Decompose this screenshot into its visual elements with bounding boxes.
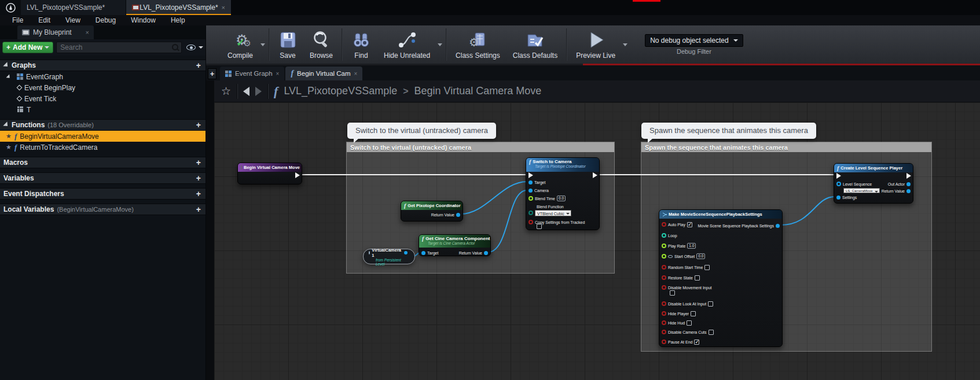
section-graphs[interactable]: Graphs + xyxy=(0,60,205,71)
hide-unrelated-button[interactable]: Hide Unrelated xyxy=(377,27,436,62)
pin-level-sequence[interactable]: Level Sequence xyxy=(836,181,872,187)
struct-pin[interactable] xyxy=(776,224,780,228)
breadcrumb-root[interactable]: LVL_PixotopeVSSample xyxy=(284,85,397,97)
object-pin[interactable] xyxy=(421,251,425,255)
pin-out-actor[interactable]: Out Actor xyxy=(888,181,911,187)
pin-auto-play[interactable]: Auto Play xyxy=(662,222,692,227)
bool-pin[interactable] xyxy=(662,275,666,280)
bool-pin[interactable] xyxy=(662,320,666,325)
asset-tab-2[interactable]: LVL_PixotopeVSSample* × xyxy=(126,0,232,15)
tab-begin-virtual-cam[interactable]: f Begin Virtual Cam × xyxy=(285,67,362,80)
class-defaults-button[interactable]: Class Defaults xyxy=(506,27,564,62)
exec-out-pin[interactable] xyxy=(295,172,300,178)
preview-live-options-chevron-icon[interactable] xyxy=(623,43,627,46)
tab-event-graph[interactable]: Event Graph × xyxy=(220,67,284,80)
pin-disable-movement-input[interactable]: Disable Movement Input xyxy=(662,285,711,290)
chevron-down-icon[interactable] xyxy=(199,46,203,49)
add-local-variable-button[interactable]: + xyxy=(196,205,201,214)
function-item-returntotrackedcamera[interactable]: ★ f ReturnToTrackedCamera xyxy=(0,142,205,153)
pin-blend-time[interactable]: Blend Time0.0 xyxy=(528,195,566,201)
tab-my-blueprint[interactable]: My Blueprint × xyxy=(17,25,94,39)
add-macro-button[interactable]: + xyxy=(196,158,201,167)
disable-camera-cuts-checkbox[interactable] xyxy=(709,330,714,335)
object-pin[interactable] xyxy=(484,251,488,255)
back-arrow-icon[interactable] xyxy=(243,87,249,96)
node-create-level-sequence-player[interactable]: f Create Level Sequence Player Level Seq… xyxy=(834,163,913,204)
exec-in-pin[interactable] xyxy=(528,172,533,178)
menu-window[interactable]: Window xyxy=(123,15,163,25)
menu-help[interactable]: Help xyxy=(163,15,193,25)
save-button[interactable]: Save xyxy=(272,27,303,62)
pin-target[interactable]: Target xyxy=(421,250,438,256)
pin-blend-function[interactable]: VTBlend Cubic xyxy=(528,210,571,216)
random-start-checkbox[interactable] xyxy=(704,265,710,270)
class-settings-button[interactable]: ⚙ Class Settings xyxy=(449,27,506,62)
hide-unrelated-options-chevron-icon[interactable] xyxy=(438,43,442,46)
pin-pause-at-end[interactable]: Pause At End xyxy=(662,339,699,345)
section-functions[interactable]: Functions (18 Overridable) + xyxy=(0,119,205,131)
bool-pin[interactable] xyxy=(528,220,533,224)
compile-button[interactable]: ⚙⚙✓ Compile xyxy=(221,27,259,62)
close-icon[interactable]: × xyxy=(222,4,225,11)
pin-return-value[interactable]: Return Value xyxy=(882,188,911,194)
search-input[interactable] xyxy=(56,42,182,53)
add-new-button[interactable]: + Add New xyxy=(2,42,53,53)
float-pin[interactable] xyxy=(528,196,533,201)
asset-tab-1[interactable]: LVL_PixotopeVSSample* xyxy=(21,0,126,15)
menu-view[interactable]: View xyxy=(58,15,88,25)
blend-function-dropdown[interactable]: VTBlend Cubic xyxy=(535,210,571,216)
browse-button[interactable]: Browse xyxy=(303,27,339,62)
compile-options-chevron-icon[interactable] xyxy=(260,43,265,46)
play-rate-value[interactable]: 1.0 xyxy=(687,243,696,249)
close-icon[interactable]: × xyxy=(354,71,358,77)
level-sequence-dropdown[interactable]: LS_CameraMove xyxy=(843,188,880,193)
pin-return-value[interactable]: Return Value xyxy=(459,250,488,256)
node-virtualcamera1[interactable]: VirtualCamera 1 from Persistent Level xyxy=(363,249,415,264)
node-get-pixotope-coordinator[interactable]: f Get Pixotope Coordinator Return Value xyxy=(401,201,463,222)
float-pin[interactable] xyxy=(662,244,666,248)
copy-settings-checkbox[interactable] xyxy=(537,224,542,229)
graph-canvas[interactable]: Switch to the virtual (untracked) camera… xyxy=(214,102,980,380)
pin-output-settings[interactable]: Movie Scene Sequence Playback Settings xyxy=(698,223,780,228)
panel-splitter[interactable] xyxy=(206,80,214,380)
forward-arrow-icon[interactable] xyxy=(255,87,262,96)
close-icon[interactable]: × xyxy=(276,71,280,77)
int-pin[interactable] xyxy=(662,233,666,238)
object-pin[interactable] xyxy=(404,251,408,254)
node-switch-to-camera[interactable]: fSwitch to Camera Target is Pixotope Coo… xyxy=(526,157,600,230)
bool-pin[interactable] xyxy=(662,222,666,227)
pin-target[interactable]: Target xyxy=(528,179,545,185)
exec-out-pin[interactable] xyxy=(593,172,597,178)
bool-pin[interactable] xyxy=(662,285,666,290)
section-variables[interactable]: Variables + xyxy=(0,172,205,184)
node-get-cine-camera-component[interactable]: fGet Cine Camera Component Target is Cin… xyxy=(419,234,491,256)
tree-item-t[interactable]: T xyxy=(0,104,205,115)
object-pin[interactable] xyxy=(528,189,533,193)
menu-edit[interactable]: Edit xyxy=(31,15,58,25)
bool-pin[interactable] xyxy=(662,301,666,306)
add-dispatcher-button[interactable]: + xyxy=(196,189,201,198)
exec-in-pin[interactable] xyxy=(836,173,841,179)
object-pin[interactable] xyxy=(906,182,911,186)
restore-state-checkbox[interactable] xyxy=(695,275,700,281)
pin-loop[interactable]: Loop xyxy=(662,233,677,238)
function-item-beginvirtualcameramove[interactable]: ★ f BeginVirtualCameraMove xyxy=(0,131,205,142)
pause-at-end-checkbox[interactable] xyxy=(694,340,699,345)
debug-object-dropdown[interactable]: No debug object selected xyxy=(645,34,743,47)
pin-random-start-time[interactable]: Random Start Time xyxy=(662,264,710,270)
expander-icon[interactable] xyxy=(6,74,11,79)
pin-settings[interactable]: Settings xyxy=(836,194,857,200)
pin-hide-hud[interactable]: Hide Hud xyxy=(662,320,692,326)
menu-file[interactable]: File xyxy=(5,15,31,25)
object-pin[interactable] xyxy=(836,182,841,186)
float-pin[interactable] xyxy=(662,254,666,259)
bool-pin[interactable] xyxy=(662,330,666,334)
start-offset-value[interactable]: 0.0 xyxy=(696,253,705,259)
menu-debug[interactable]: Debug xyxy=(88,15,123,25)
object-pin[interactable] xyxy=(906,189,911,193)
expander-icon[interactable] xyxy=(3,62,9,68)
bool-pin[interactable] xyxy=(662,340,666,344)
pin-start-offset[interactable]: Start Offset0.0 xyxy=(662,253,705,259)
preview-live-button[interactable]: Preview Live xyxy=(570,27,622,62)
pin-disable-camera-cuts[interactable]: Disable Camera Cuts xyxy=(662,329,714,335)
